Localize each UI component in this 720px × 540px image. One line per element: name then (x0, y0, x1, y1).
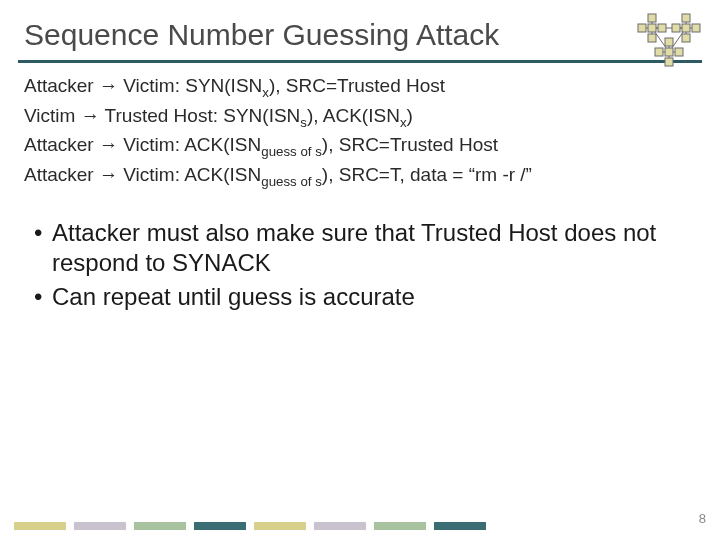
svg-rect-9 (658, 24, 666, 32)
to-text: Victim (123, 75, 174, 96)
svg-rect-27 (675, 48, 683, 56)
sequence-line: Attacker → Victim: SYN(ISNx), SRC=Truste… (24, 73, 696, 102)
svg-rect-19 (682, 34, 690, 42)
arrow-icon: → (99, 134, 118, 155)
bullet-item: •Can repeat until guess is accurate (34, 282, 686, 312)
bullet-text: Attacker must also make sure that Truste… (52, 218, 686, 278)
from-text: Attacker (24, 134, 94, 155)
footer-stripes (14, 522, 486, 530)
from-text: Attacker (24, 164, 94, 185)
sequence-line: Attacker → Victim: ACK(ISNguess of s), S… (24, 162, 696, 191)
footer (0, 522, 720, 530)
to-text: Trusted Host (105, 105, 213, 126)
svg-rect-10 (648, 34, 656, 42)
to-text: Victim (123, 164, 174, 185)
stripe (134, 522, 186, 530)
svg-rect-18 (692, 24, 700, 32)
stripe (314, 522, 366, 530)
svg-rect-20 (672, 24, 680, 32)
svg-rect-16 (682, 24, 690, 32)
stripe (254, 522, 306, 530)
packet-text: ACK(ISNguess of s), SRC=T, data = “rm -r… (184, 164, 532, 185)
svg-rect-29 (655, 48, 663, 56)
stripe (434, 522, 486, 530)
bullet-dot-icon: • (34, 282, 52, 312)
bullet-list: •Attacker must also make sure that Trust… (0, 192, 720, 312)
arrow-icon: → (99, 164, 118, 185)
svg-rect-28 (665, 58, 673, 66)
stripe (194, 522, 246, 530)
svg-rect-11 (638, 24, 646, 32)
from-text: Victim (24, 105, 75, 126)
stripe (14, 522, 66, 530)
sequence-line: Attacker → Victim: ACK(ISNguess of s), S… (24, 132, 696, 161)
slide: Sequence Number Guessing Attack Attacker… (0, 0, 720, 540)
packet-text: SYN(ISNs), ACK(ISNx) (223, 105, 413, 126)
network-graphic (632, 12, 708, 68)
bullet-text: Can repeat until guess is accurate (52, 282, 415, 312)
svg-rect-17 (682, 14, 690, 22)
stripe (74, 522, 126, 530)
slide-title: Sequence Number Guessing Attack (0, 0, 720, 60)
packet-text: ACK(ISNguess of s), SRC=Trusted Host (184, 134, 498, 155)
sequence-line: Victim → Trusted Host: SYN(ISNs), ACK(IS… (24, 103, 696, 132)
packet-text: SYN(ISNx), SRC=Trusted Host (185, 75, 445, 96)
svg-rect-7 (648, 24, 656, 32)
from-text: Attacker (24, 75, 94, 96)
svg-rect-26 (665, 38, 673, 46)
sequence-lines: Attacker → Victim: SYN(ISNx), SRC=Truste… (0, 73, 720, 191)
bullet-dot-icon: • (34, 218, 52, 278)
title-divider (18, 60, 702, 63)
to-text: Victim (123, 134, 174, 155)
bullet-item: •Attacker must also make sure that Trust… (34, 218, 686, 278)
arrow-icon: → (81, 105, 100, 126)
stripe (374, 522, 426, 530)
page-number: 8 (699, 511, 706, 526)
arrow-icon: → (99, 75, 118, 96)
svg-rect-8 (648, 14, 656, 22)
svg-rect-25 (665, 48, 673, 56)
